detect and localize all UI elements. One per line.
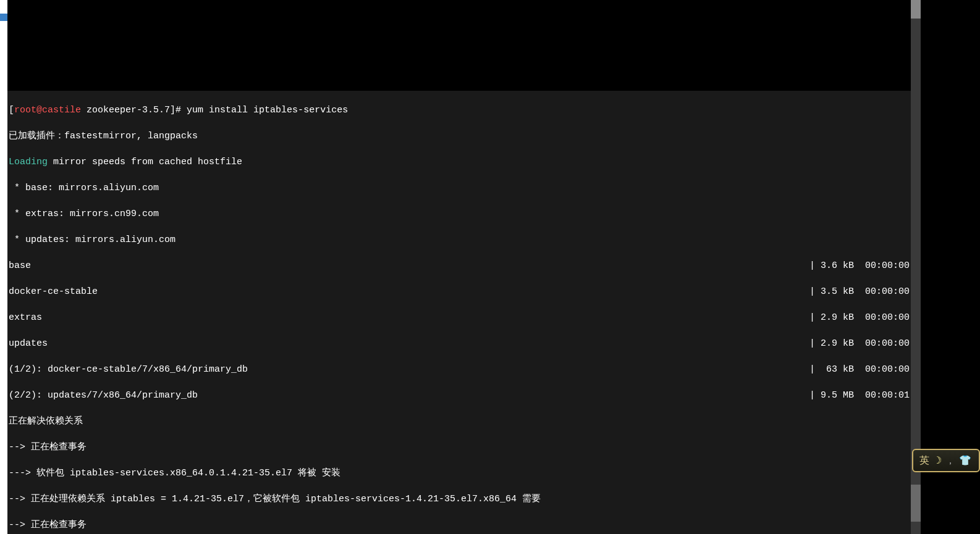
repo-size: | 2.9 kB 00:00:00: [809, 311, 912, 324]
dep-line: 正在解决依赖关系: [9, 415, 912, 428]
gutter-marker: [0, 14, 7, 21]
repo-name: (1/2): docker-ce-stable/7/x86_64/primary…: [9, 363, 248, 376]
repo-size: | 3.5 kB 00:00:00: [809, 285, 912, 298]
repo-name: extras: [9, 311, 42, 324]
repo-row: (2/2): updates/7/x86_64/primary_db| 9.5 …: [9, 389, 912, 402]
plugins-line: 已加载插件：fastestmirror, langpacks: [9, 130, 912, 143]
repo-row: extras| 2.9 kB 00:00:00: [9, 311, 912, 324]
repo-size: | 3.6 kB 00:00:00: [809, 259, 912, 272]
repo-name: updates: [9, 337, 48, 350]
loading-line: Loading mirror speeds from cached hostfi…: [9, 156, 912, 169]
left-gutter: [0, 0, 7, 534]
comma-icon: ，: [945, 454, 955, 467]
repo-size: | 63 kB 00:00:00: [809, 363, 912, 376]
repo-size: | 9.5 MB 00:00:01: [809, 389, 912, 402]
repo-name: docker-ce-stable: [9, 285, 98, 298]
repo-name: base: [9, 259, 31, 272]
dep-line: ---> 软件包 iptables-services.x86_64.0.1.4.…: [9, 467, 912, 480]
command-text: yum install iptables-services: [181, 104, 348, 117]
moon-icon: ☽: [933, 454, 942, 467]
bracket-open: [: [9, 104, 14, 117]
prompt-user-host: root@castile: [14, 104, 81, 117]
repo-row: docker-ce-stable| 3.5 kB 00:00:00: [9, 285, 912, 298]
dep-line: --> 正在检查事务: [9, 519, 912, 532]
repo-row: base| 3.6 kB 00:00:00: [9, 259, 912, 272]
repo-name: (2/2): updates/7/x86_64/primary_db: [9, 389, 198, 402]
bracket-close: ]#: [170, 104, 181, 117]
scrollbar-thumb-top[interactable]: [911, 0, 921, 19]
loading-keyword: Loading: [9, 156, 48, 169]
prompt-line: [root@castile zookeeper-3.5.7]# yum inst…: [9, 104, 912, 117]
mirror-base-line: * base: mirrors.aliyun.com: [9, 181, 912, 194]
mirror-updates-line: * updates: mirrors.aliyun.com: [9, 233, 912, 246]
repo-row: (1/2): docker-ce-stable/7/x86_64/primary…: [9, 363, 912, 376]
dep-line: --> 正在处理依赖关系 iptables = 1.4.21-35.el7，它被…: [9, 493, 912, 506]
ime-language-badge[interactable]: 英 ☽ ， 👕: [912, 449, 980, 472]
prompt-path: zookeeper-3.5.7: [81, 104, 170, 117]
terminal-window[interactable]: [root@castile zookeeper-3.5.7]# yum inst…: [7, 91, 913, 534]
ime-label: 英: [919, 454, 929, 467]
mirror-extras-line: * extras: mirrors.cn99.com: [9, 207, 912, 220]
scrollbar-thumb[interactable]: [911, 485, 921, 522]
repo-row: updates| 2.9 kB 00:00:00: [9, 337, 912, 350]
repo-size: | 2.9 kB 00:00:00: [809, 337, 912, 350]
dep-line: --> 正在检查事务: [9, 441, 912, 454]
loading-rest: mirror speeds from cached hostfile: [48, 156, 242, 169]
shirt-icon: 👕: [959, 454, 971, 467]
